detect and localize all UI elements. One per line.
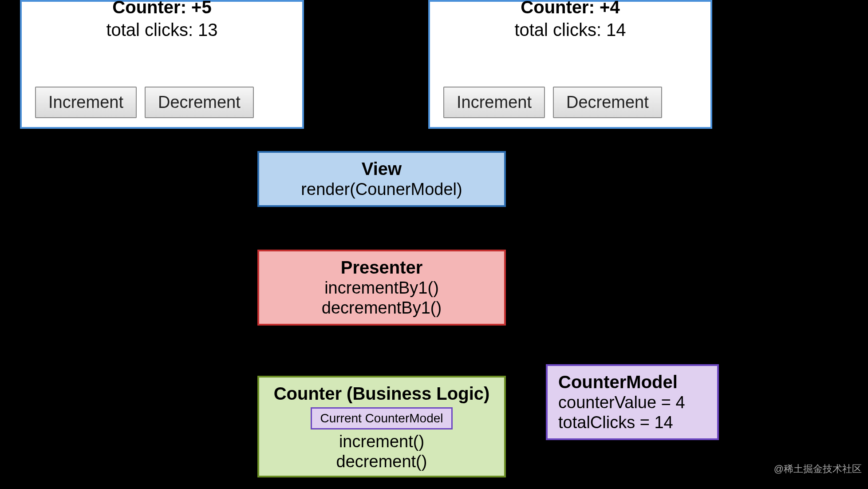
increment-button[interactable]: Increment <box>35 87 137 118</box>
watermark: @稀土掘金技术社区 <box>774 462 862 476</box>
counter-title: Counter: +4 <box>439 0 702 17</box>
countermodel-field-1: counterValue = 4 <box>558 393 706 412</box>
current-countermodel-chip: Current CounterModel <box>311 407 452 429</box>
counter-window-right: Counter: +4 total clicks: 14 Increment D… <box>428 0 712 129</box>
counter-logic-title: Counter (Business Logic) <box>270 384 493 404</box>
presenter-title: Presenter <box>270 258 493 278</box>
button-row: Increment Decrement <box>35 87 254 118</box>
countermodel-box: CounterModel counterValue = 4 totalClick… <box>546 364 719 440</box>
presenter-method-2: decrementBy1() <box>270 298 493 318</box>
button-row: Increment Decrement <box>443 87 662 118</box>
decrement-button[interactable]: Decrement <box>145 87 254 118</box>
view-box: View render(CounerModel) <box>257 151 506 207</box>
counter-subtitle: total clicks: 13 <box>31 20 293 40</box>
view-title: View <box>270 159 493 179</box>
counter-logic-method-2: decrement() <box>270 452 493 471</box>
counter-window-left: Counter: +5 total clicks: 13 Increment D… <box>20 0 304 129</box>
view-method: render(CounerModel) <box>270 180 493 199</box>
counter-title: Counter: +5 <box>31 0 293 17</box>
counter-subtitle: total clicks: 14 <box>439 20 702 40</box>
countermodel-title: CounterModel <box>558 372 706 392</box>
presenter-method-1: incrementBy1() <box>270 278 493 298</box>
counter-logic-box: Counter (Business Logic) Current Counter… <box>257 376 506 477</box>
presenter-box: Presenter incrementBy1() decrementBy1() <box>257 250 506 326</box>
countermodel-field-2: totalClicks = 14 <box>558 413 706 432</box>
counter-logic-method-1: increment() <box>270 432 493 451</box>
increment-button[interactable]: Increment <box>443 87 545 118</box>
decrement-button[interactable]: Decrement <box>553 87 662 118</box>
